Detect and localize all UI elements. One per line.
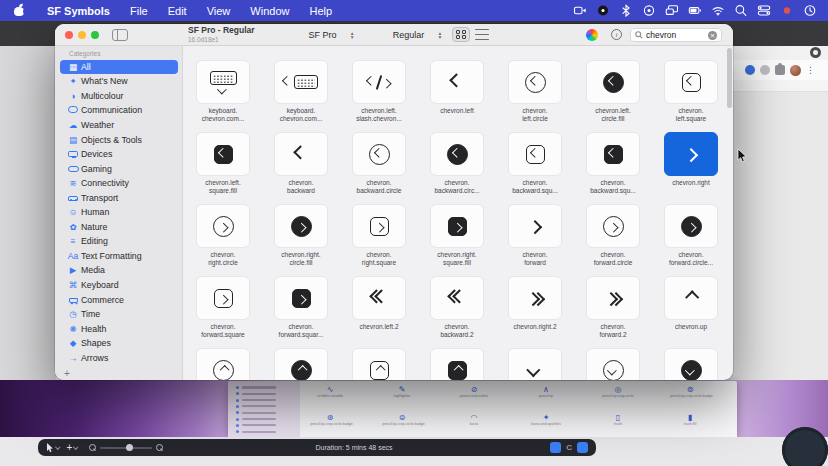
sidebar-item-nature[interactable]: ✿Nature xyxy=(60,220,178,234)
close-button[interactable] xyxy=(65,31,73,39)
sidebar-item-keyboard[interactable]: ⌘Keyboard xyxy=(60,278,178,292)
extension-gray-icon[interactable] xyxy=(760,65,770,75)
sidebar-item-media[interactable]: ▶Media xyxy=(60,264,178,278)
sidebar-item-health[interactable]: ❋Health xyxy=(60,322,178,336)
grid-view-button[interactable] xyxy=(452,27,470,42)
avatar[interactable] xyxy=(790,65,801,76)
symbol-tile[interactable] xyxy=(664,276,718,320)
list-view-button[interactable] xyxy=(475,29,489,40)
sidebar-item-connectivity[interactable]: ≋Connectivity xyxy=(60,176,178,190)
symbol-tile[interactable] xyxy=(196,348,250,380)
bluetooth-icon[interactable] xyxy=(617,3,634,18)
symbol-tile[interactable] xyxy=(664,204,718,248)
color-wheel-icon[interactable] xyxy=(586,29,598,41)
menu-help[interactable]: Help xyxy=(299,0,342,21)
symbol-tile[interactable] xyxy=(586,276,640,320)
add-category-button[interactable]: + xyxy=(64,368,70,379)
chat-icon[interactable] xyxy=(594,3,611,18)
symbol-tile[interactable] xyxy=(196,60,250,104)
sidebar-item-devices[interactable]: Devices xyxy=(60,147,178,161)
clear-search-icon[interactable]: ✕ xyxy=(708,31,717,40)
add-tool-dropdown-icon[interactable] xyxy=(74,444,79,449)
sidebar-item-objects-tools[interactable]: ▤Objects & Tools xyxy=(60,133,178,147)
symbol-tile[interactable] xyxy=(664,60,718,104)
gear-icon[interactable] xyxy=(810,47,821,58)
symbol-tile-selected[interactable] xyxy=(664,132,718,176)
symbol-tile[interactable] xyxy=(430,60,484,104)
zoom-button[interactable] xyxy=(91,31,99,39)
symbol-tile[interactable] xyxy=(430,132,484,176)
apple-menu-icon[interactable] xyxy=(14,5,25,17)
symbol-tile[interactable] xyxy=(430,204,484,248)
sidebar-item-text-formatting[interactable]: AaText Formatting xyxy=(60,249,178,263)
cursor-tool-dropdown-icon[interactable] xyxy=(55,444,60,449)
crop-icon[interactable] xyxy=(550,442,561,453)
symbol-tile[interactable] xyxy=(274,276,328,320)
letter-c-icon[interactable]: C xyxy=(566,443,572,452)
symbol-tile[interactable] xyxy=(664,348,718,380)
sidebar-item-editing[interactable]: ≡Editing xyxy=(60,235,178,249)
weight-popup[interactable]: Regular▴▾ xyxy=(385,27,449,43)
symbol-tile[interactable] xyxy=(352,60,406,104)
sidebar-item-shapes[interactable]: ◆Shapes xyxy=(60,336,178,350)
wifi-icon[interactable] xyxy=(709,3,726,18)
zoom-slider[interactable] xyxy=(100,447,152,449)
symbol-tile[interactable] xyxy=(508,276,562,320)
battery-icon[interactable] xyxy=(686,3,703,18)
symbol-tile[interactable] xyxy=(508,348,562,380)
symbol-tile[interactable] xyxy=(586,132,640,176)
sidebar-item-what-s-new[interactable]: ✦What's New xyxy=(60,75,178,89)
sidebar-item-weather[interactable]: ☁Weather xyxy=(60,118,178,132)
sidebar-item-all[interactable]: ▦All xyxy=(60,60,178,74)
symbol-tile[interactable] xyxy=(274,132,328,176)
menu-view[interactable]: View xyxy=(197,0,241,21)
symbol-tile[interactable] xyxy=(274,60,328,104)
menu-window[interactable]: Window xyxy=(240,0,299,21)
video-icon[interactable] xyxy=(571,3,588,18)
menu-dots-icon[interactable]: ⋮ xyxy=(806,65,815,75)
control-center-icon[interactable] xyxy=(755,3,772,18)
symbol-tile[interactable] xyxy=(196,132,250,176)
search-icon[interactable] xyxy=(732,3,749,18)
zoom-in-icon[interactable] xyxy=(156,444,163,451)
symbol-tile[interactable] xyxy=(352,204,406,248)
search-input[interactable]: chevron ✕ xyxy=(630,28,722,42)
sidebar-item-gaming[interactable]: Gaming xyxy=(60,162,178,176)
symbol-tile[interactable] xyxy=(196,204,250,248)
symbol-tile[interactable] xyxy=(274,204,328,248)
symbol-tile[interactable] xyxy=(586,348,640,380)
canvas-icon[interactable] xyxy=(577,442,588,453)
zoom-slider-knob[interactable] xyxy=(126,444,133,451)
sidebar-item-time[interactable]: ◷Time xyxy=(60,307,178,321)
sidebar-item-arrows[interactable]: →Arrows xyxy=(60,351,178,365)
menu-file[interactable]: File xyxy=(120,0,158,21)
symbol-tile[interactable] xyxy=(352,276,406,320)
sidebar-item-transport[interactable]: Transport xyxy=(60,191,178,205)
symbol-tile[interactable] xyxy=(352,132,406,176)
symbol-tile[interactable] xyxy=(586,204,640,248)
zoom-out-icon[interactable] xyxy=(89,444,96,451)
clock-icon[interactable] xyxy=(801,3,818,18)
symbol-tile[interactable] xyxy=(586,60,640,104)
symbol-tile[interactable] xyxy=(508,132,562,176)
symbol-tile[interactable] xyxy=(196,276,250,320)
symbol-tile[interactable] xyxy=(274,348,328,380)
symbol-tile[interactable] xyxy=(508,60,562,104)
sidebar-item-multicolour[interactable]: ◑Multicolour xyxy=(60,89,178,103)
info-icon[interactable]: i xyxy=(611,29,622,40)
displays-icon[interactable] xyxy=(663,3,680,18)
symbol-tile[interactable] xyxy=(508,204,562,248)
font-popup[interactable]: SF Pro▴▾ xyxy=(285,27,377,43)
scrollbar-thumb[interactable] xyxy=(727,48,732,108)
record-icon[interactable] xyxy=(640,3,657,18)
sidebar-item-commerce[interactable]: Commerce xyxy=(60,293,178,307)
symbol-tile[interactable] xyxy=(352,348,406,380)
add-tool-button[interactable]: + xyxy=(67,442,73,453)
recording-dot-icon[interactable] xyxy=(778,3,795,18)
puzzle-icon[interactable] xyxy=(775,65,785,75)
symbol-tile[interactable] xyxy=(430,276,484,320)
sidebar-toggle-icon[interactable] xyxy=(112,29,128,41)
menu-sf-symbols[interactable]: SF Symbols xyxy=(37,0,120,21)
sidebar-item-human[interactable]: ☺Human xyxy=(60,206,178,220)
sidebar-item-communication[interactable]: Communication xyxy=(60,104,178,118)
